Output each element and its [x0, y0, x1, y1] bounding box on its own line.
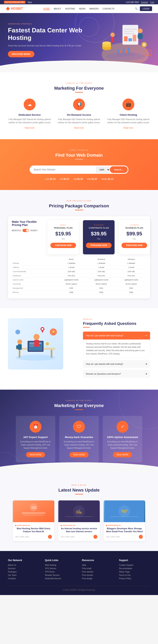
faq-question-1[interactable]: How do I get started with web hosting? −: [83, 332, 150, 340]
nav-home[interactable]: HOME: [43, 7, 50, 10]
row-standard-email: 1 Email: [86, 266, 116, 270]
footer-link-contacts[interactable]: Contacts: [8, 578, 39, 580]
domain-input[interactable]: [30, 166, 96, 173]
domain-extension-select[interactable]: .com .net .org: [96, 166, 110, 173]
svg-point-47: [46, 342, 49, 346]
news-more-2[interactable]: →: [94, 535, 97, 539]
footer-col-resources: Resources Help Free email Free website F…: [82, 559, 113, 581]
footer-link-team[interactable]: Our Team: [8, 574, 39, 576]
svg-rect-54: [24, 515, 44, 516]
svg-text:💡: 💡: [52, 330, 55, 334]
footer-link-status[interactable]: Status Page: [119, 571, 150, 573]
search-icon[interactable]: 🔍: [135, 7, 138, 10]
nav-about[interactable]: ABOUT: [54, 8, 61, 10]
dedicated-icon: ☁: [24, 98, 36, 110]
moneyback-title: Money-back Guarantee: [63, 436, 95, 438]
phone-number: +123 456 7654: [126, 1, 139, 3]
row-ultimate-cache: Lightspeed Cache: [116, 278, 146, 282]
footer-link-dedicated[interactable]: Dedicated Servers: [45, 578, 76, 580]
support-link[interactable]: Support: [141, 1, 148, 3]
moneyback-readmore-button[interactable]: READ MORE: [70, 452, 89, 458]
footer-link-services[interactable]: Services: [8, 568, 39, 570]
marketing-divider: [75, 92, 83, 92]
pricing-title: Pricing Package Comparison: [6, 204, 152, 208]
news-more-3[interactable]: →: [139, 535, 143, 539]
faq-question-2[interactable]: How do I get started with web hosting? +: [83, 360, 150, 368]
basic-period: /mo: [62, 238, 65, 240]
faq-title: Frequently Asked Questions: [83, 321, 150, 326]
ondemand-readmore[interactable]: Read more: [74, 127, 84, 129]
domain-divider: [75, 159, 83, 160]
svg-rect-11: [128, 38, 132, 41]
domain-price-com: .com $1.14: [45, 178, 55, 180]
svg-rect-40: [34, 340, 39, 347]
row-standard-cache: Lightspeed Cache: [86, 278, 116, 282]
uptime-icon: ✓: [116, 421, 128, 433]
footer-link-freedesign[interactable]: Free design: [82, 578, 113, 580]
nav-hosting[interactable]: HOSTING: [65, 8, 75, 10]
category-dot-1: [15, 525, 16, 526]
pricing-intro-title: Make Your Flexible Pricing Plan: [12, 220, 44, 226]
faq-q1-text: How do I get started with web hosting?: [86, 334, 123, 337]
news-more-1[interactable]: →: [48, 535, 52, 539]
news-card-3: 🤝 POPULAR BLOG Bloggers Developer More S…: [104, 500, 145, 541]
toggle-switch[interactable]: [22, 229, 29, 232]
footer-link-privacy[interactable]: Privacy Policy: [119, 578, 150, 580]
nav-contacts[interactable]: CONTACTS: [103, 8, 114, 10]
marketing-purple-divider: [75, 410, 83, 410]
footer-link-help[interactable]: Help: [82, 564, 113, 566]
footer-link-about[interactable]: About Us: [8, 564, 39, 566]
footer-link-freedomain[interactable]: Free domain: [82, 574, 113, 576]
faq-tag: DOMAIN: [83, 318, 150, 320]
uptime-desc: Everything you need WordPress in Super p…: [107, 440, 138, 450]
dedicated-readmore[interactable]: Read more: [25, 127, 34, 129]
footer-quicklinks-title: Quick Links: [45, 559, 76, 562]
table-row: Website 1 Website 1 Website 1 Website: [12, 261, 146, 266]
footer-link-docs[interactable]: Documentation: [119, 568, 150, 570]
nav-makers[interactable]: MAKERS: [90, 8, 98, 10]
footer-link-packages[interactable]: Packages: [8, 571, 39, 573]
footer-link-webhosting[interactable]: Web Hosting: [45, 564, 76, 566]
logo-icon: [6, 7, 10, 11]
footer-link-reseller[interactable]: Reseller Servers: [45, 574, 76, 576]
basic-purchase-button[interactable]: PURCHASE NOW: [50, 243, 76, 248]
news-body-1: POPULAR BLOG Best Hosting Service With E…: [13, 522, 54, 541]
footer-link-contactsupport[interactable]: Contact Support: [119, 564, 150, 566]
svg-rect-18: [111, 37, 114, 42]
row-standard-uptime: 99.9% Uptime: [86, 282, 116, 286]
ondemand-icon: 📢: [73, 98, 85, 110]
hero-section: MARKETING STRATEGY Fastest Data Center W…: [0, 13, 158, 72]
table-header-basic: Basic: [56, 257, 86, 261]
logo-text: HOSBIT: [11, 7, 23, 10]
support-readmore-button[interactable]: READ MORE: [26, 452, 45, 458]
login-button[interactable]: LOGIN: [140, 6, 152, 11]
ultimate-purchase-button[interactable]: PURCHASE NOW: [122, 243, 147, 248]
standard-purchase-button[interactable]: PURCHASE NOW: [86, 243, 112, 248]
nav-news[interactable]: NEWS: [79, 8, 86, 10]
footer-link-freeemail[interactable]: Free email: [82, 568, 113, 570]
domain-search-button[interactable]: Search...: [110, 166, 128, 173]
svg-text:⌨: ⌨: [31, 506, 36, 510]
copyright-text: © 2021 HOSBIT. All Rights Reserved.: [62, 589, 96, 591]
navbar: HOSBIT HOME ABOUT HOSTING NEWS MAKERS CO…: [0, 4, 158, 13]
footer-link-vpsservers[interactable]: VPS Servers: [45, 568, 76, 570]
pricing-toggle: MONTHLY YEARLY: [12, 229, 44, 232]
cart-link[interactable]: Cart: [150, 1, 154, 3]
basic-tag: BASIC: [50, 224, 76, 226]
footer-link-vpsroots[interactable]: VPS Roots: [45, 571, 76, 573]
row-standard-backup: Daily: [86, 290, 116, 294]
row-label-cache: Speed Cache: [12, 278, 56, 282]
client-readmore[interactable]: Read more: [124, 127, 133, 129]
standard-tag: STANDARD: [86, 224, 112, 226]
discover-button[interactable]: DISCOVER MORE: [8, 51, 34, 57]
domain-prices: .com $1.14 .net $1.24 .org $1.34 .info $…: [8, 178, 150, 180]
marketing-purple-section: ALWAYS IN THE RIGHT Marketing For Everyo…: [0, 390, 158, 472]
uptime-readmore-button[interactable]: READ MORE: [113, 452, 132, 458]
footer-col-quicklinks: Quick Links Web Hosting VPS Servers VPS …: [45, 559, 76, 581]
news-grid: ⌨ POPULAR BLOG Best Hosting Service With…: [8, 500, 150, 541]
domain-price-info: .info $1.24: [87, 178, 97, 180]
svg-rect-29: [128, 48, 130, 53]
toggle-monthly: MONTHLY: [12, 230, 21, 232]
footer-link-freewebsite[interactable]: Free website: [82, 571, 113, 573]
footer-link-terms[interactable]: Terms of Use: [119, 574, 150, 576]
